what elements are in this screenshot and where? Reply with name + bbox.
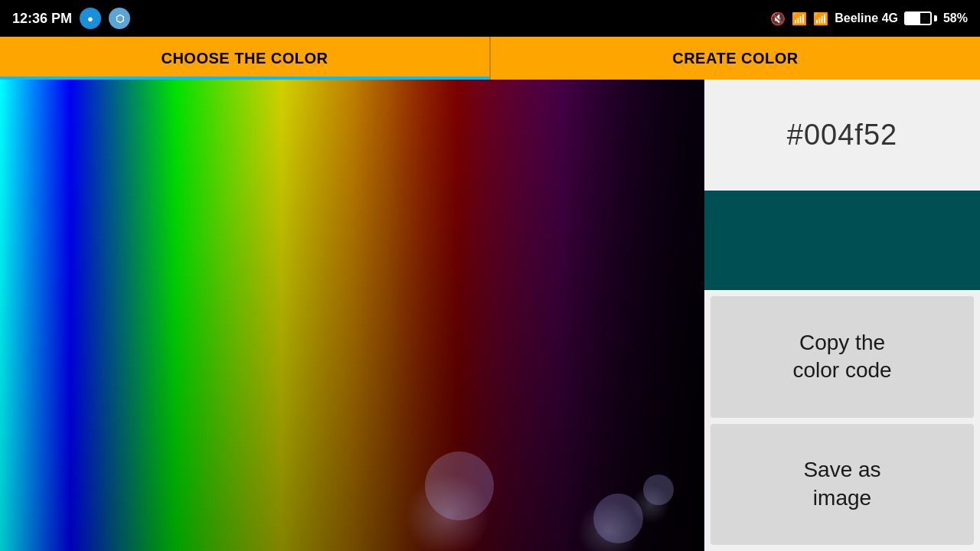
- battery-indicator: [904, 11, 937, 25]
- signal-icon: 📶: [813, 11, 828, 26]
- color-picker-area[interactable]: [0, 80, 704, 551]
- mute-icon: 🔇: [770, 11, 786, 26]
- wifi-icon: 📶: [792, 11, 807, 26]
- app-icon-1: ●: [80, 8, 101, 29]
- status-time: 12:36 PM: [12, 11, 72, 27]
- status-bar: 12:36 PM ● ⬡ 🔇 📶 📶 Beeline 4G 58%: [0, 0, 980, 37]
- right-panel: #004f52 Copy thecolor code Save asimage: [704, 80, 980, 551]
- copy-color-code-button[interactable]: Copy thecolor code: [710, 296, 974, 418]
- app-icon-2: ⬡: [109, 8, 130, 29]
- color-code-box: #004f52: [704, 80, 980, 191]
- color-code-display: #004f52: [787, 119, 897, 152]
- status-right: 🔇 📶 📶 Beeline 4G 58%: [770, 11, 968, 26]
- action-buttons: Copy thecolor code Save asimage: [704, 290, 980, 551]
- save-as-image-button[interactable]: Save asimage: [710, 424, 974, 546]
- tab-choose-color[interactable]: CHOOSE THE COLOR: [0, 37, 489, 80]
- tab-bar: CHOOSE THE COLOR CREATE COLOR: [0, 37, 980, 80]
- main-content: #004f52 Copy thecolor code Save asimage: [0, 80, 980, 551]
- color-canvas[interactable]: [0, 80, 704, 551]
- carrier-label: Beeline 4G: [835, 11, 898, 25]
- battery-percent: 58%: [943, 11, 968, 25]
- color-preview: [704, 191, 980, 290]
- tab-create-color[interactable]: CREATE COLOR: [491, 37, 980, 80]
- status-left: 12:36 PM ● ⬡: [12, 8, 130, 29]
